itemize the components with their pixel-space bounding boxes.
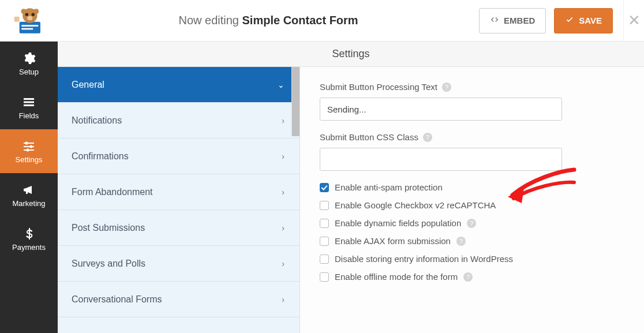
submit-css-input[interactable] [320, 148, 562, 171]
sliders-icon [22, 139, 36, 153]
svg-point-16 [25, 141, 28, 144]
save-button[interactable]: SAVE [554, 8, 613, 33]
svg-rect-12 [24, 104, 34, 106]
checkbox-icon [320, 219, 329, 228]
nav-settings[interactable]: Settings [0, 129, 58, 173]
nav-fields[interactable]: Fields [0, 85, 58, 129]
field-submit-css: Submit Button CSS Class ? [320, 132, 624, 171]
subnav-post-submissions[interactable]: Post Submissions › [58, 210, 299, 246]
subnav-confirmations[interactable]: Confirmations › [58, 139, 299, 174]
svg-rect-1 [21, 25, 38, 27]
embed-button[interactable]: EMBED [479, 8, 546, 33]
dollar-icon [22, 227, 36, 241]
main-area: Setup Fields Settings Marketing Payments… [0, 42, 644, 333]
checkbox-ajax-submit[interactable]: Enable AJAX form submission ? [320, 236, 624, 246]
subnav-label: Confirmations [72, 151, 129, 162]
checkbox-icon [320, 272, 329, 282]
nav-label: Payments [12, 243, 46, 252]
bullhorn-icon [22, 183, 36, 197]
checkbox-label: Enable Google Checkbox v2 reCAPTCHA [335, 200, 496, 210]
svg-point-6 [27, 16, 32, 20]
svg-point-7 [21, 9, 26, 14]
gear-icon [22, 51, 36, 65]
checkbox-label: Enable anti-spam protection [335, 182, 443, 192]
checkbox-icon [320, 255, 329, 264]
form-name: Simple Contact Form [242, 14, 358, 27]
check-icon [565, 16, 574, 25]
field-label-text: Submit Button Processing Text [320, 82, 437, 92]
settings-header: Settings [58, 42, 644, 67]
close-button[interactable]: ✕ [623, 0, 644, 42]
chevron-right-icon: › [282, 116, 284, 125]
help-icon[interactable]: ? [467, 219, 476, 228]
subnav-label: Surveys and Polls [72, 259, 145, 269]
subnav-label: Notifications [72, 115, 122, 126]
help-icon[interactable]: ? [463, 272, 473, 282]
svg-rect-2 [21, 28, 33, 29]
subnav-label: General [72, 80, 104, 90]
nav-label: Fields [19, 111, 39, 120]
chevron-right-icon: › [282, 295, 284, 304]
checkbox-disable-storing[interactable]: Disable storing entry information in Wor… [320, 254, 624, 264]
editing-prefix: Now editing [178, 14, 242, 27]
save-label: SAVE [579, 16, 602, 25]
help-icon[interactable]: ? [442, 83, 451, 92]
svg-rect-9 [14, 16, 20, 21]
checkbox-label: Enable AJAX form submission [335, 236, 451, 246]
subnav-notifications[interactable]: Notifications › [58, 103, 299, 139]
svg-point-4 [25, 13, 28, 16]
subnav-label: Post Submissions [72, 223, 145, 233]
scrollbar-thumb[interactable] [291, 67, 299, 136]
help-icon[interactable]: ? [423, 133, 432, 142]
page-title: Now editing Simple Contact Form [58, 14, 479, 27]
icon-nav: Setup Fields Settings Marketing Payments [0, 42, 58, 333]
top-bar: Now editing Simple Contact Form EMBED SA… [0, 0, 644, 42]
subnav-conversational-forms[interactable]: Conversational Forms › [58, 282, 299, 317]
chevron-right-icon: › [282, 259, 284, 268]
nav-label: Settings [16, 155, 43, 164]
svg-point-17 [30, 145, 33, 148]
code-icon [490, 16, 499, 25]
svg-rect-10 [24, 98, 34, 100]
checkbox-offline-mode[interactable]: Enable offline mode for the form ? [320, 272, 624, 282]
top-actions: EMBED SAVE [479, 8, 623, 33]
nav-label: Marketing [12, 199, 45, 208]
nav-setup[interactable]: Setup [0, 42, 58, 85]
checkbox-dynamic-fields[interactable]: Enable dynamic fields population ? [320, 218, 624, 228]
checkbox-icon [320, 201, 329, 210]
svg-point-18 [27, 148, 29, 151]
app-logo [0, 0, 58, 42]
field-label-text: Submit Button CSS Class [320, 132, 418, 142]
svg-rect-0 [20, 21, 40, 33]
checkbox-label: Disable storing entry information in Wor… [335, 254, 513, 264]
svg-point-8 [33, 9, 39, 14]
checkbox-anti-spam[interactable]: Enable anti-spam protection [320, 182, 624, 192]
subnav-form-abandonment[interactable]: Form Abandonment › [58, 174, 299, 210]
svg-point-5 [32, 13, 35, 16]
checkbox-icon [320, 183, 329, 192]
svg-rect-11 [24, 101, 34, 103]
subnav-label: Form Abandonment [72, 187, 153, 197]
nav-payments[interactable]: Payments [0, 217, 58, 261]
subnav-general[interactable]: General ⌄ [58, 67, 299, 103]
nav-marketing[interactable]: Marketing [0, 173, 58, 217]
settings-subnav: General ⌄ Notifications › Confirmations … [58, 42, 300, 333]
chevron-right-icon: › [282, 188, 284, 197]
subnav-surveys-polls[interactable]: Surveys and Polls › [58, 246, 299, 282]
checkbox-icon [320, 237, 329, 246]
chevron-right-icon: › [282, 152, 284, 161]
submit-processing-input[interactable] [320, 98, 562, 121]
settings-pane: Submit Button Processing Text ? Submit B… [300, 42, 644, 333]
checkbox-recaptcha[interactable]: Enable Google Checkbox v2 reCAPTCHA [320, 200, 624, 210]
subnav-label: Conversational Forms [72, 294, 162, 305]
embed-label: EMBED [504, 16, 535, 25]
close-icon: ✕ [628, 12, 641, 29]
checkbox-label: Enable dynamic fields population [335, 218, 461, 228]
checkbox-label: Enable offline mode for the form [335, 272, 458, 282]
list-icon [22, 95, 36, 109]
chevron-right-icon: › [282, 223, 284, 233]
nav-label: Setup [19, 68, 39, 76]
help-icon[interactable]: ? [456, 237, 466, 246]
field-submit-processing: Submit Button Processing Text ? [320, 82, 624, 121]
chevron-down-icon: ⌄ [278, 80, 284, 89]
